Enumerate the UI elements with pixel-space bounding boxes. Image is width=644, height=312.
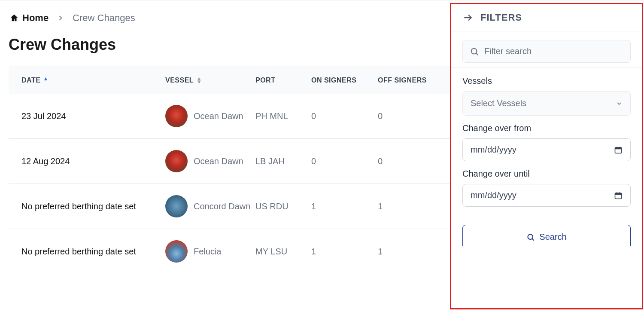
table-row[interactable]: 23 Jul 2024 Ocean Dawn PH MNL 0 0 <box>9 94 450 139</box>
col-header-port[interactable]: PORT <box>255 76 311 84</box>
cell-port: MY LSU <box>255 246 311 257</box>
cell-on-signers: 0 <box>311 111 378 121</box>
calendar-icon <box>614 146 623 154</box>
filters-header: FILTERS <box>451 4 642 31</box>
home-icon <box>9 13 19 23</box>
cell-port: PH MNL <box>255 110 311 122</box>
breadcrumb-home[interactable]: Home <box>9 12 49 24</box>
change-from-input[interactable]: mm/dd/yyyy <box>462 138 631 161</box>
table-row[interactable]: 12 Aug 2024 Ocean Dawn LB JAH 0 0 <box>9 139 450 184</box>
col-header-date-label: DATE <box>21 76 40 84</box>
table-row[interactable]: No preferred berthing date set Felucia M… <box>9 229 450 274</box>
filters-panel: FILTERS Vessels Select Vessels Change ov… <box>450 3 643 309</box>
cell-on-signers: 0 <box>311 156 378 166</box>
col-header-off-signers[interactable]: OFF SIGNERS <box>378 76 450 84</box>
cell-vessel: Ocean Dawn <box>165 105 255 127</box>
svg-rect-4 <box>615 193 622 195</box>
table-header-row: DATE ▲ VESSEL ▲▼ PORT ON SIGNERS OFF SIG… <box>9 67 450 94</box>
search-button-label: Search <box>539 232 566 242</box>
cell-off-signers: 1 <box>378 202 450 211</box>
vessel-avatar <box>165 240 188 263</box>
vessels-label: Vessels <box>462 76 631 86</box>
col-header-on-signers[interactable]: ON SIGNERS <box>311 76 378 84</box>
page-title: Crew Changes <box>9 36 450 54</box>
vessel-avatar <box>165 150 188 172</box>
chevron-right-icon <box>56 14 65 22</box>
filters-form: Vessels Select Vessels Change over from … <box>451 67 642 214</box>
svg-point-5 <box>528 234 533 239</box>
cell-port: US RDU <box>255 201 311 212</box>
cell-date: No preferred berthing date set <box>9 202 165 211</box>
sort-icon: ▲▼ <box>196 77 202 84</box>
chevron-down-icon <box>616 100 623 107</box>
col-header-vessel[interactable]: VESSEL ▲▼ <box>165 76 255 84</box>
vessel-name: Ocean Dawn <box>194 156 243 167</box>
col-header-date[interactable]: DATE ▲ <box>9 76 165 84</box>
date-placeholder: mm/dd/yyyy <box>471 190 516 200</box>
cell-vessel: Felucia <box>165 240 255 263</box>
date-placeholder: mm/dd/yyyy <box>471 145 516 155</box>
cell-vessel: Ocean Dawn <box>165 150 255 172</box>
cell-off-signers: 0 <box>378 156 450 166</box>
vessel-avatar <box>165 105 188 127</box>
cell-date: No preferred berthing date set <box>9 247 165 257</box>
filter-search-input[interactable] <box>484 46 623 56</box>
vessel-avatar <box>165 195 188 217</box>
breadcrumb-current: Crew Changes <box>73 12 135 24</box>
col-header-on-label: ON SIGNERS <box>311 76 356 84</box>
cell-off-signers: 0 <box>378 111 450 121</box>
sort-asc-icon: ▲ <box>43 76 48 82</box>
crew-changes-table: DATE ▲ VESSEL ▲▼ PORT ON SIGNERS OFF SIG… <box>9 67 450 274</box>
filter-search-field[interactable] <box>462 40 631 63</box>
cell-vessel: Concord Dawn <box>165 195 255 217</box>
table-body: 23 Jul 2024 Ocean Dawn PH MNL 0 0 12 Aug… <box>9 94 450 274</box>
change-until-label: Change over until <box>462 169 631 179</box>
cell-on-signers: 1 <box>311 202 378 211</box>
filters-title: FILTERS <box>480 12 522 23</box>
vessel-name: Ocean Dawn <box>194 110 243 122</box>
calendar-icon <box>614 191 623 200</box>
svg-point-0 <box>471 48 477 54</box>
search-button[interactable]: Search <box>462 225 631 246</box>
col-header-vessel-label: VESSEL <box>165 76 194 84</box>
vessel-name: Felucia <box>194 246 221 257</box>
change-from-label: Change over from <box>462 123 631 133</box>
table-row[interactable]: No preferred berthing date set Concord D… <box>9 184 450 229</box>
cell-date: 23 Jul 2024 <box>9 111 165 121</box>
cell-port: LB JAH <box>255 156 311 167</box>
cell-off-signers: 1 <box>378 247 450 257</box>
breadcrumb-home-label: Home <box>22 12 49 24</box>
page-root: Home Crew Changes Crew Changes DATE ▲ VE… <box>0 0 644 312</box>
breadcrumb: Home Crew Changes <box>9 12 450 24</box>
cell-on-signers: 1 <box>311 247 378 257</box>
change-until-input[interactable]: mm/dd/yyyy <box>462 184 631 207</box>
arrow-right-icon[interactable] <box>462 12 474 23</box>
svg-rect-2 <box>615 147 622 149</box>
search-icon <box>526 233 535 242</box>
vessels-select[interactable]: Select Vessels <box>462 91 631 116</box>
filters-search-section <box>451 31 642 67</box>
col-header-off-label: OFF SIGNERS <box>378 76 427 84</box>
vessels-select-placeholder: Select Vessels <box>471 98 526 108</box>
vessel-name: Concord Dawn <box>194 201 250 212</box>
search-icon <box>470 47 479 56</box>
search-button-wrap: Search <box>451 214 642 246</box>
cell-date: 12 Aug 2024 <box>9 156 165 166</box>
main-content: Home Crew Changes Crew Changes DATE ▲ VE… <box>0 0 450 312</box>
col-header-port-label: PORT <box>255 76 275 84</box>
